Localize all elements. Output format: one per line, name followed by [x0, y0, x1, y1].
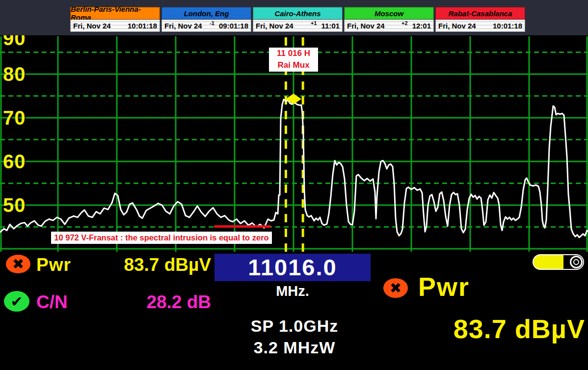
- clock-date: Fri, Nov 24: [438, 22, 476, 30]
- pwr-big-value: 83.7 dBµV: [344, 314, 585, 344]
- clock-date: Fri, Nov 24: [73, 22, 111, 30]
- clock-utc-offset: +1: [311, 20, 317, 26]
- top-band: Berlin-Paris-Vienna-Roma Fri, Nov 24 10:…: [0, 0, 588, 35]
- clock-cairo: Cairo-Athens Fri, Nov 24 +1 11:01: [253, 7, 343, 32]
- clock-time-row: Fri, Nov 24 +1 11:01: [253, 20, 343, 32]
- clock-time: 10:01:18: [128, 22, 157, 30]
- frequency-display[interactable]: 11016.0: [214, 254, 371, 281]
- clock-time: 09:01:18: [219, 22, 248, 30]
- clock-time-row: Fri, Nov 24 -1 09:01:18: [161, 20, 251, 32]
- clock-utc-offset: -1: [210, 20, 214, 26]
- marker-label: 11 016 H Rai Mux: [269, 48, 318, 72]
- clock-time: 10:01:18: [493, 22, 522, 30]
- transponder-underline: [214, 225, 271, 228]
- readout-panel: ✖ Pwr 83.7 dBµV ✔ C/N 28.2 dB 11016.0 MH…: [0, 253, 588, 370]
- marker-label-frequency: 11 016 H: [269, 48, 318, 59]
- pwr-label: Pwr: [36, 255, 71, 275]
- pwr-value: 83.7 dBµV: [74, 255, 211, 275]
- clock-time: 12:01: [412, 22, 431, 30]
- clock-time: 11:01: [321, 22, 340, 30]
- power-toggle-switch[interactable]: [533, 254, 584, 270]
- clock-city-label: Moscow: [344, 7, 434, 20]
- clock-city-label: London, Eng: [161, 7, 251, 20]
- cn-value: 28.2 dB: [74, 292, 211, 313]
- toggle-knob-icon: [570, 256, 583, 268]
- y-axis-tick: 60: [3, 151, 26, 172]
- clock-city-label: Berlin-Paris-Vienna-Roma: [70, 7, 160, 20]
- spectrum-analyzer-screen: 9080706050 11 016 H Rai Mux 10 972 V-Fra…: [0, 0, 588, 370]
- clock-date: Fri, Nov 24: [256, 22, 294, 30]
- y-axis-tick: 70: [3, 107, 26, 128]
- pwr-big-label: Pwr: [418, 271, 470, 302]
- clock-time-row: Fri, Nov 24 10:01:18: [70, 20, 160, 32]
- pwr-status-cross-icon: ✖: [6, 255, 30, 273]
- cn-status-check-icon: ✔: [4, 291, 29, 312]
- clock-london: London, Eng Fri, Nov 24 -1 09:01:18: [161, 7, 251, 32]
- clock-city-label: Cairo-Athens: [253, 7, 343, 20]
- clock-date: Fri, Nov 24: [347, 22, 385, 30]
- clock-city-label: Rabat-Casablanca: [435, 7, 525, 20]
- clock-utc-offset: +2: [401, 20, 408, 26]
- pwr-big-cross-icon: ✖: [383, 278, 408, 298]
- cn-label: C/N: [36, 292, 68, 313]
- y-axis-tick: 50: [3, 195, 26, 215]
- world-clock-bar: Berlin-Paris-Vienna-Roma Fri, Nov 24 10:…: [70, 7, 525, 32]
- frequency-unit: MHz.: [214, 283, 371, 299]
- clock-moscow: Moscow Fri, Nov 24 +2 12:01: [344, 7, 434, 32]
- intrusion-annotation: 10 972 V-Fransat : the spectral intrusio…: [51, 232, 272, 244]
- clock-date: Fri, Nov 24: [164, 22, 202, 30]
- y-axis-tick: 80: [3, 64, 26, 84]
- marker-label-mux: Rai Mux: [269, 59, 318, 71]
- clock-rabat: Rabat-Casablanca Fri, Nov 24 10:01:18: [435, 7, 525, 32]
- clock-time-row: Fri, Nov 24 +2 12:01: [344, 20, 434, 32]
- clock-berlin: Berlin-Paris-Vienna-Roma Fri, Nov 24 10:…: [70, 7, 160, 32]
- clock-time-row: Fri, Nov 24 10:01:18: [435, 20, 525, 32]
